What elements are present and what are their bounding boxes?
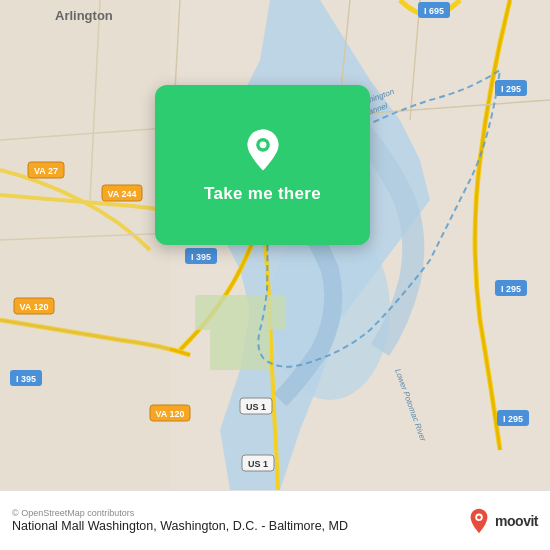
- svg-rect-10: [210, 330, 270, 370]
- svg-text:US 1: US 1: [248, 459, 268, 469]
- moovit-text: moovit: [495, 513, 538, 529]
- svg-text:VA 120: VA 120: [155, 409, 184, 419]
- svg-text:I 695: I 695: [424, 6, 444, 16]
- svg-text:VA 27: VA 27: [34, 166, 58, 176]
- copyright-text: © OpenStreetMap contributors: [12, 508, 348, 518]
- svg-rect-11: [0, 0, 170, 490]
- svg-text:VA 120: VA 120: [19, 302, 48, 312]
- svg-rect-9: [195, 295, 285, 330]
- cta-card[interactable]: Take me there: [155, 85, 370, 245]
- svg-text:I 395: I 395: [16, 374, 36, 384]
- svg-text:I 295: I 295: [503, 414, 523, 424]
- svg-point-42: [259, 141, 266, 148]
- map-container: I 695 I 295 I 295 I 295 I 395 I 395 VA 2…: [0, 0, 550, 490]
- moovit-logo: moovit: [467, 507, 538, 535]
- map-background: I 695 I 295 I 295 I 295 I 395 I 395 VA 2…: [0, 0, 550, 490]
- bottom-bar: © OpenStreetMap contributors National Ma…: [0, 490, 550, 550]
- cta-button-label: Take me there: [204, 184, 321, 204]
- svg-text:US 1: US 1: [246, 402, 266, 412]
- svg-text:Arlington: Arlington: [55, 8, 113, 23]
- svg-text:I 295: I 295: [501, 84, 521, 94]
- svg-point-44: [477, 515, 481, 519]
- svg-text:I 295: I 295: [501, 284, 521, 294]
- moovit-pin-icon: [467, 507, 491, 535]
- bottom-left-info: © OpenStreetMap contributors National Ma…: [12, 508, 348, 533]
- svg-text:VA 244: VA 244: [107, 189, 136, 199]
- location-text: National Mall Washington, Washington, D.…: [12, 519, 348, 533]
- svg-text:I 395: I 395: [191, 252, 211, 262]
- location-pin-icon: [239, 126, 287, 174]
